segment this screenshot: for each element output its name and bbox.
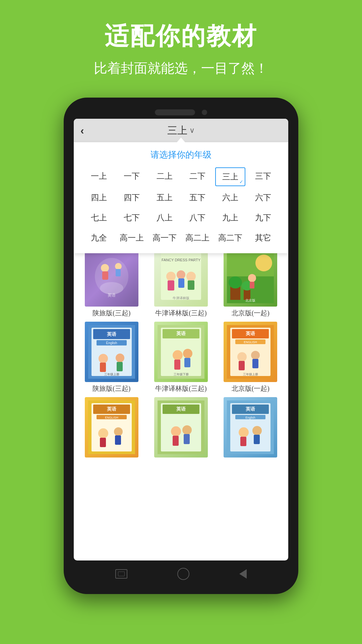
grade-item-5a[interactable]: 五上 (149, 189, 180, 206)
svg-text:英语: 英语 (245, 331, 255, 336)
svg-rect-24 (250, 282, 254, 288)
grade-item-2b[interactable]: 二下 (182, 167, 213, 186)
textbook-item[interactable]: 英语 (148, 397, 214, 460)
grade-item-2a[interactable]: 二上 (149, 167, 180, 186)
textbook-label: 牛津译林版(三起) (155, 309, 206, 318)
svg-text:北京版: 北京版 (245, 299, 255, 302)
svg-rect-65 (100, 438, 106, 447)
svg-point-72 (182, 425, 192, 435)
textbook-item[interactable]: 英语 ENGLISH (79, 397, 144, 460)
svg-rect-73 (173, 436, 179, 446)
page-subtitle: 比着封面就能选，一目了然！ (94, 59, 268, 77)
header-title[interactable]: 三上 ∨ (167, 124, 195, 138)
grade-item-8a[interactable]: 八上 (149, 209, 180, 226)
svg-rect-3 (102, 271, 108, 280)
book-cover: 英语 ENGLISH 三年级上册 (224, 322, 277, 382)
svg-point-2 (115, 263, 122, 270)
book-cover: 北京版 (224, 246, 277, 307)
nav-back-button[interactable] (239, 569, 247, 579)
svg-point-33 (116, 354, 124, 362)
textbook-label: 陕旅版(三起) (93, 309, 130, 318)
grade-item-7b[interactable]: 七下 (117, 209, 147, 226)
textbook-label: 牛津译林版(三起) (155, 384, 206, 393)
svg-point-82 (252, 426, 262, 435)
svg-rect-44 (184, 358, 190, 367)
book-cover: 英语 English (224, 397, 277, 458)
svg-rect-54 (239, 361, 245, 370)
grade-item-5b[interactable]: 五下 (182, 189, 213, 206)
dropdown-arrow (177, 138, 185, 142)
nav-recent-button[interactable] (115, 569, 127, 579)
book-cover: 英语 English 三年级上册 (85, 322, 138, 382)
back-button[interactable]: ‹ (80, 124, 84, 137)
book-illustration: FANCY DRESS PARTY 牛津译林版 (154, 246, 208, 307)
svg-rect-55 (252, 359, 258, 368)
svg-text:ENGLISH: ENGLISH (244, 340, 257, 344)
grade-item-8b[interactable]: 八下 (182, 209, 213, 226)
grade-item-4b[interactable]: 四下 (117, 189, 147, 206)
svg-point-42 (183, 349, 192, 358)
svg-point-10 (177, 270, 185, 279)
book-cover: 英语 ENGLISH (85, 397, 138, 458)
svg-rect-14 (188, 280, 194, 290)
svg-point-11 (186, 272, 196, 281)
svg-rect-34 (100, 363, 106, 372)
textbook-label: 北京版(一起) (232, 384, 269, 393)
grade-item-h1a[interactable]: 高一上 (117, 229, 147, 247)
svg-text:ENGLISH: ENGLISH (105, 416, 118, 419)
svg-text:英语: 英语 (108, 293, 116, 298)
grade-item-9c[interactable]: 九全 (84, 229, 114, 247)
svg-point-52 (237, 352, 247, 362)
grade-item-3a[interactable]: 三上 (215, 167, 245, 186)
textbook-item[interactable]: 英语 ENGLISH 三年级上册 北京版(一起) (218, 322, 283, 393)
svg-point-81 (239, 427, 249, 437)
grade-dropdown: 请选择你的年级 一上 一下 二上 二下 三上 三下 四上 四下 五上 五下 六上… (74, 142, 288, 253)
textbook-item[interactable]: 英语 English (218, 397, 283, 460)
grade-item-1b[interactable]: 一下 (117, 167, 147, 186)
svg-text:English: English (246, 416, 256, 419)
phone-frame: ‹ 三上 ∨ 请选择你的年级 一上 一下 二上 二下 三上 三下 四上 四下 五… (64, 98, 298, 594)
textbook-item[interactable]: 英语 三年级下册 牛津译林版(三起) (148, 322, 214, 393)
grade-grid: 一上 一下 二上 二下 三上 三下 四上 四下 五上 五下 六上 六下 七上 七… (84, 167, 278, 247)
nav-home-button[interactable] (177, 568, 189, 580)
grade-item-1a[interactable]: 一上 (84, 167, 114, 186)
grade-select-title: 请选择你的年级 (84, 149, 278, 161)
grade-item-9b[interactable]: 九下 (248, 209, 278, 226)
textbook-item[interactable]: FANCY DRESS PARTY 牛津译林版 牛津译林版(三起) (148, 246, 214, 318)
grade-item-4a[interactable]: 四上 (84, 189, 114, 206)
svg-text:英语: 英语 (176, 331, 186, 336)
grade-item-h2b[interactable]: 高二下 (215, 229, 245, 247)
svg-text:英语: 英语 (176, 406, 186, 412)
svg-point-41 (173, 350, 183, 360)
textbook-label: 北京版(一起) (232, 309, 269, 318)
textbook-label: 陕旅版(三起) (93, 384, 130, 393)
phone-top-bar (70, 104, 292, 119)
textbook-item[interactable]: 英语 陕旅版(三起) (79, 246, 144, 318)
grade-item-9a[interactable]: 九上 (215, 209, 245, 226)
grade-item-3b[interactable]: 三下 (248, 167, 278, 186)
chevron-down-icon: ∨ (189, 126, 195, 135)
grade-item-6b[interactable]: 六下 (248, 189, 278, 206)
svg-rect-35 (117, 362, 123, 371)
grade-item-6a[interactable]: 六上 (215, 189, 245, 206)
textbook-item[interactable]: 北京版 北京版(一起) (218, 246, 283, 318)
svg-rect-4 (116, 269, 121, 276)
svg-text:牛津译林版: 牛津译林版 (173, 296, 189, 300)
grade-item-h2a[interactable]: 高二上 (182, 229, 213, 247)
book-cover: 英语 (154, 397, 208, 458)
svg-point-21 (229, 276, 242, 288)
grade-item-h1b[interactable]: 高一下 (149, 229, 180, 247)
book-illustration: 英语 ENGLISH 三年级上册 (224, 322, 277, 382)
svg-text:英语: 英语 (245, 406, 255, 412)
svg-rect-43 (174, 360, 180, 370)
svg-point-9 (166, 272, 176, 281)
book-cover: 英语 三年级下册 (154, 322, 208, 382)
textbook-item[interactable]: 英语 English 三年级上册 陕旅版(三起) (79, 322, 144, 393)
book-illustration: 北京版 (224, 246, 277, 307)
book-cover: FANCY DRESS PARTY 牛津译林版 (154, 246, 208, 307)
grade-item-7a[interactable]: 七上 (84, 209, 114, 226)
svg-rect-74 (184, 434, 190, 444)
phone-speaker (155, 109, 195, 115)
page-title: 适配你的教材 (94, 20, 268, 52)
grade-item-other[interactable]: 其它 (248, 229, 278, 247)
